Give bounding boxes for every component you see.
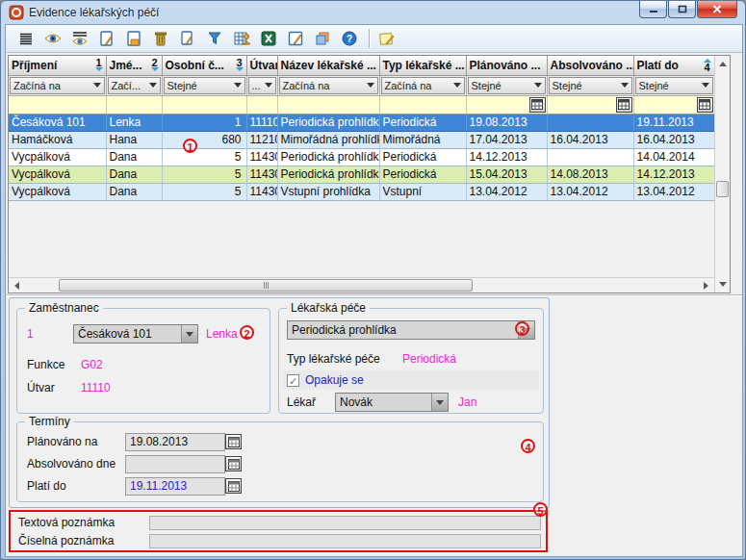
new-record-button[interactable] xyxy=(94,27,119,50)
column-header-nazev[interactable]: Název lékařské ... xyxy=(277,56,379,75)
column-header-utvar[interactable]: Útvar xyxy=(246,56,277,75)
table-cell[interactable]: Vstupní prohlídka xyxy=(277,183,379,200)
filter-dropdown[interactable]: Začíná na xyxy=(279,77,378,94)
horizontal-scrollbar[interactable] xyxy=(9,277,714,293)
plati-do-field[interactable]: 19.11.2013 xyxy=(125,477,225,496)
filter-dropdown[interactable]: Začí... xyxy=(108,77,161,94)
table-cell[interactable]: Periodická prohlídka xyxy=(277,148,379,165)
text-note-field[interactable] xyxy=(149,516,541,530)
quickfilter-input[interactable] xyxy=(246,95,277,114)
filter-button[interactable] xyxy=(202,27,227,50)
table-cell[interactable]: 16.04.2013 xyxy=(547,131,633,148)
table-cell[interactable]: 14.08.2013 xyxy=(547,165,633,183)
table-cell[interactable]: Dana xyxy=(106,183,162,200)
table-cell[interactable]: 19.11.2013 xyxy=(633,114,714,131)
column-header-planovano[interactable]: Plánováno ... xyxy=(466,56,547,75)
table-cell[interactable]: 13.04.2012 xyxy=(633,183,714,200)
table-cell[interactable]: Periodická xyxy=(379,165,466,183)
table-cell[interactable]: 17.04.2013 xyxy=(466,131,547,148)
horizontal-scroll-thumb[interactable] xyxy=(59,279,473,292)
table-cell[interactable]: Periodická prohlídka xyxy=(277,165,379,183)
combo-dropdown-button[interactable] xyxy=(181,325,197,343)
filter-dropdown[interactable]: Začíná na xyxy=(381,77,465,94)
table-cell[interactable]: 11430 xyxy=(246,165,277,183)
table-cell[interactable]: Česáková 101 xyxy=(9,114,106,131)
table-cell[interactable]: Periodická xyxy=(379,148,466,165)
table-cell[interactable]: Vycpálková xyxy=(9,148,106,165)
calendar-button[interactable] xyxy=(225,434,242,449)
doctor-combo[interactable]: Novák xyxy=(335,393,449,412)
table-row[interactable]: Česáková 101Lenka111110Periodická prohlí… xyxy=(9,114,714,131)
filter-dropdown[interactable]: ... xyxy=(248,77,276,94)
table-cell[interactable]: Lenka xyxy=(106,114,162,131)
table-cell[interactable]: 5 xyxy=(162,165,246,183)
table-cell[interactable]: Periodická prohlídka xyxy=(277,114,379,131)
note-button[interactable] xyxy=(374,27,399,50)
quickfilter-input[interactable] xyxy=(277,95,379,114)
absolvovano-dne-field[interactable] xyxy=(125,455,225,473)
filter-dropdown[interactable]: Stejné xyxy=(549,77,632,94)
vertical-scrollbar[interactable] xyxy=(714,56,730,293)
table-cell[interactable]: 15.04.2013 xyxy=(466,165,547,183)
list-view-button[interactable] xyxy=(13,27,39,50)
column-header-jmeno[interactable]: Jmé...2 xyxy=(106,56,162,75)
table-cell[interactable]: 1 xyxy=(162,114,246,131)
table-cell[interactable]: 11430 xyxy=(246,148,277,165)
table-cell[interactable]: 11110 xyxy=(246,114,277,131)
quickfilter-input[interactable] xyxy=(106,95,162,114)
table-cell[interactable]: Periodická xyxy=(379,114,466,131)
column-header-plati-do[interactable]: Platí do4 xyxy=(633,56,714,75)
quickfilter-input[interactable] xyxy=(466,95,547,114)
table-cell[interactable] xyxy=(547,148,633,165)
table-row[interactable]: VycpálkováDana511430Periodická prohlídka… xyxy=(9,148,714,165)
table-cell[interactable]: 680 xyxy=(162,131,246,148)
column-header-prijmeni[interactable]: Příjmení1 xyxy=(9,56,106,75)
table-cell[interactable]: Hamáčková xyxy=(9,131,106,148)
calendar-button[interactable] xyxy=(697,97,713,113)
combo-dropdown-button[interactable] xyxy=(431,394,448,411)
table-cell[interactable]: Vstupní xyxy=(379,183,466,200)
excel-export-button[interactable] xyxy=(256,27,281,50)
maximize-button[interactable] xyxy=(668,1,696,18)
table-cell[interactable] xyxy=(547,114,633,131)
number-note-field[interactable] xyxy=(149,534,541,548)
table-cell[interactable]: 11210 xyxy=(246,131,277,148)
scroll-down-button[interactable] xyxy=(715,277,731,293)
quickfilter-input[interactable] xyxy=(162,95,246,114)
care-name-combo[interactable]: Periodická prohlídka xyxy=(287,320,535,340)
table-cell[interactable]: 5 xyxy=(162,183,246,200)
table-cell[interactable]: Mimořádná xyxy=(379,131,466,148)
table-cell[interactable]: 13.04.2012 xyxy=(547,183,633,200)
planovano-na-field[interactable]: 19.08.2013 xyxy=(125,433,225,451)
table-cell[interactable]: Dana xyxy=(106,148,162,165)
table-row[interactable]: VycpálkováDana511430Periodická prohlídka… xyxy=(9,165,714,183)
filter-dropdown[interactable]: Začíná na xyxy=(10,77,105,94)
table-cell[interactable]: Hana xyxy=(106,131,162,148)
print-button[interactable] xyxy=(310,27,335,50)
copy-record-button[interactable] xyxy=(175,27,200,50)
delete-record-button[interactable] xyxy=(148,27,173,50)
table-cell[interactable]: 13.04.2012 xyxy=(466,183,547,200)
quickfilter-input[interactable] xyxy=(633,95,714,114)
minimize-button[interactable] xyxy=(639,1,667,18)
calendar-button[interactable] xyxy=(225,478,242,494)
scroll-left-button[interactable] xyxy=(9,278,24,293)
splitter[interactable] xyxy=(6,294,742,296)
column-header-absolvovano[interactable]: Absolvováno ... xyxy=(547,56,633,75)
table-cell[interactable]: Vycpálková xyxy=(9,165,106,183)
related-table-button[interactable] xyxy=(229,27,254,50)
scroll-up-button[interactable] xyxy=(715,56,731,71)
table-row[interactable]: VycpálkováDana511430Vstupní prohlídkaVst… xyxy=(9,183,714,200)
help-button[interactable]: ? xyxy=(337,27,362,50)
quickfilter-input[interactable] xyxy=(547,95,633,114)
table-cell[interactable]: 16.04.2013 xyxy=(633,131,714,148)
table-cell[interactable]: Dana xyxy=(106,165,162,183)
close-button[interactable] xyxy=(697,1,737,18)
table-row[interactable]: HamáčkováHana68011210Mimořádná prohlídka… xyxy=(9,131,714,148)
quickfilter-input[interactable] xyxy=(9,95,106,114)
view-record-button[interactable] xyxy=(40,27,65,50)
employee-surname-combo[interactable]: Česáková 101 xyxy=(73,324,198,344)
edit-record-button[interactable] xyxy=(121,27,146,50)
vertical-scroll-thumb[interactable] xyxy=(716,181,729,197)
calendar-button[interactable] xyxy=(529,97,546,113)
